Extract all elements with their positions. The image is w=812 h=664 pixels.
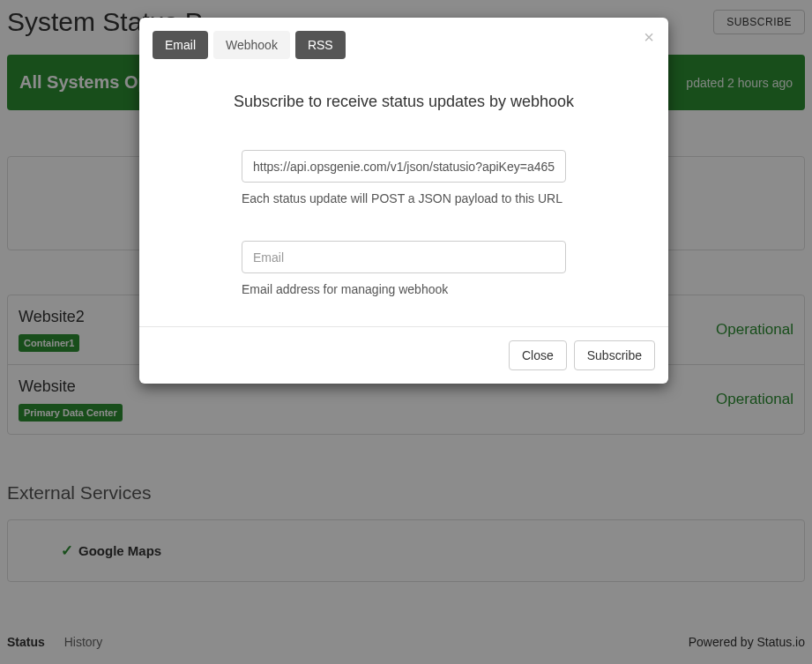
tab-rss[interactable]: RSS [295, 31, 346, 59]
modal-title: Subscribe to receive status updates by w… [153, 93, 655, 111]
email-field[interactable] [242, 241, 566, 273]
modal-tabs: Email Webhook RSS [153, 31, 655, 59]
tab-webhook[interactable]: Webhook [213, 31, 290, 59]
close-icon[interactable]: × [644, 28, 654, 46]
close-button[interactable]: Close [509, 340, 567, 370]
subscribe-submit-button[interactable]: Subscribe [574, 340, 655, 370]
email-help-text: Email address for managing webhook [242, 282, 566, 296]
tab-email[interactable]: Email [153, 31, 208, 59]
subscribe-modal: Email Webhook RSS × Subscribe to receive… [139, 18, 668, 384]
webhook-url-input[interactable] [242, 150, 566, 183]
webhook-help-text: Each status update will POST a JSON payl… [242, 191, 566, 205]
